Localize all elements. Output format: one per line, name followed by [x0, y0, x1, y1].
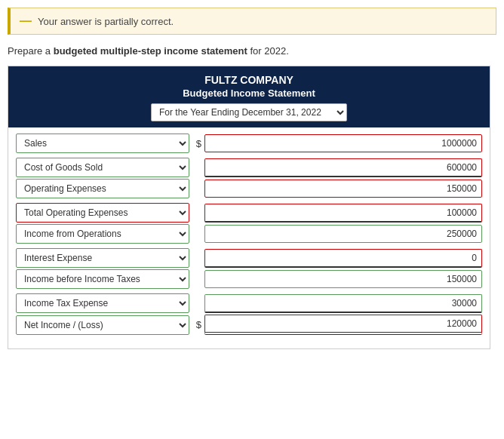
- label-select-income-tax-expense[interactable]: Income Tax Expense: [16, 293, 189, 313]
- income-row-operating-expenses: Operating Expenses$: [16, 179, 482, 198]
- input-cell-income-from-operations: [204, 225, 482, 243]
- input-cell-interest-expense: [204, 249, 482, 268]
- value-input-sales[interactable]: [204, 134, 482, 152]
- income-row-interest-expense: Interest Expense$: [16, 248, 482, 268]
- income-row-net-income-loss: Net Income / (Loss)$: [16, 315, 482, 335]
- value-input-income-tax-expense[interactable]: [204, 294, 482, 313]
- dollar-sign-net-income-loss: $: [189, 319, 204, 330]
- value-input-interest-expense[interactable]: [204, 249, 482, 268]
- label-select-income-from-operations[interactable]: Income from Operations: [16, 224, 189, 244]
- input-cell-operating-expenses: [204, 180, 482, 198]
- label-cell-total-operating-expenses: Total Operating Expenses: [16, 203, 189, 223]
- period-select[interactable]: For the Year Ending December 31, 2022: [14, 103, 484, 121]
- label-select-sales[interactable]: Sales: [16, 134, 189, 153]
- period-dropdown[interactable]: For the Year Ending December 31, 2022: [151, 103, 347, 121]
- label-cell-cost-of-goods-sold: Cost of Goods Sold: [16, 158, 189, 177]
- income-row-income-tax-expense: Income Tax Expense$: [16, 293, 482, 313]
- input-cell-net-income-loss: [204, 315, 482, 335]
- income-row-income-before-income-taxes: Income before Income Taxes$: [16, 269, 482, 289]
- statement-body: Sales$Cost of Goods Sold$Operating Expen…: [8, 127, 490, 348]
- income-row-income-from-operations: Income from Operations$: [16, 224, 482, 244]
- statement-title: Budgeted Income Statement: [14, 87, 484, 99]
- alert-message: Your answer is partially correct.: [38, 16, 174, 27]
- statement-container: FULTZ COMPANY Budgeted Income Statement …: [8, 66, 490, 349]
- dollar-sign-sales: $: [189, 138, 204, 149]
- company-name: FULTZ COMPANY: [14, 74, 484, 86]
- label-select-net-income-loss[interactable]: Net Income / (Loss): [16, 315, 189, 335]
- label-cell-interest-expense: Interest Expense: [16, 248, 189, 268]
- label-select-interest-expense[interactable]: Interest Expense: [16, 248, 189, 268]
- income-row-total-operating-expenses: Total Operating Expenses$: [16, 203, 482, 223]
- label-cell-operating-expenses: Operating Expenses: [16, 179, 189, 198]
- alert-banner: — Your answer is partially correct.: [8, 8, 496, 35]
- intro-paragraph: Prepare a budgeted multiple-step income …: [8, 45, 496, 57]
- value-input-income-from-operations[interactable]: [204, 225, 482, 243]
- income-row-cost-of-goods-sold: Cost of Goods Sold$: [16, 158, 482, 177]
- label-cell-sales: Sales: [16, 134, 189, 153]
- input-cell-income-before-income-taxes: [204, 270, 482, 288]
- label-select-operating-expenses[interactable]: Operating Expenses: [16, 179, 189, 198]
- label-cell-net-income-loss: Net Income / (Loss): [16, 315, 189, 335]
- value-input-operating-expenses[interactable]: [204, 180, 482, 198]
- input-cell-total-operating-expenses: [204, 204, 482, 223]
- value-input-income-before-income-taxes[interactable]: [204, 270, 482, 288]
- income-row-sales: Sales$: [16, 134, 482, 153]
- label-select-cost-of-goods-sold[interactable]: Cost of Goods Sold: [16, 158, 189, 177]
- value-input-net-income-loss[interactable]: [204, 315, 482, 335]
- label-select-total-operating-expenses[interactable]: Total Operating Expenses: [16, 203, 189, 223]
- alert-icon: —: [20, 14, 32, 28]
- input-cell-income-tax-expense: [204, 294, 482, 313]
- value-input-cost-of-goods-sold[interactable]: [204, 158, 482, 177]
- statement-header: FULTZ COMPANY Budgeted Income Statement …: [8, 66, 490, 127]
- input-cell-sales: [204, 134, 482, 152]
- label-cell-income-tax-expense: Income Tax Expense: [16, 293, 189, 313]
- label-cell-income-before-income-taxes: Income before Income Taxes: [16, 269, 189, 289]
- label-cell-income-from-operations: Income from Operations: [16, 224, 189, 244]
- input-cell-cost-of-goods-sold: [204, 158, 482, 177]
- value-input-total-operating-expenses[interactable]: [204, 204, 482, 223]
- label-select-income-before-income-taxes[interactable]: Income before Income Taxes: [16, 269, 189, 289]
